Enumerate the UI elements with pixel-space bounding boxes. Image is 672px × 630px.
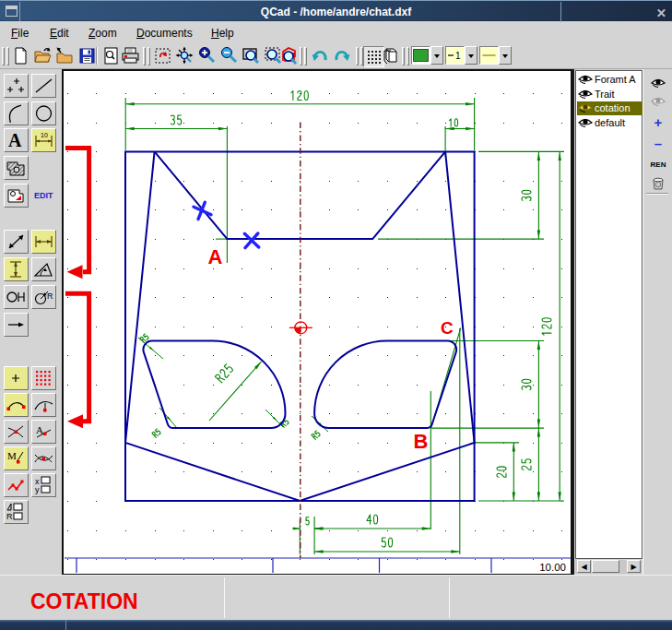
svg-text:M: M (7, 450, 17, 461)
svg-text:A: A (8, 130, 22, 150)
svg-text:y: y (35, 485, 40, 494)
svg-text:A: A (208, 245, 223, 268)
svg-text:1: 1 (455, 51, 461, 61)
svg-text:C: C (441, 318, 454, 338)
svg-text:B: B (414, 430, 429, 453)
svg-text:A: A (36, 424, 43, 435)
svg-text:R: R (6, 512, 13, 521)
svg-text:10.00: 10.00 (539, 562, 566, 573)
svg-text:10: 10 (41, 132, 48, 138)
svg-text:R: R (47, 291, 53, 301)
svg-text:EDIT: EDIT (34, 191, 53, 200)
